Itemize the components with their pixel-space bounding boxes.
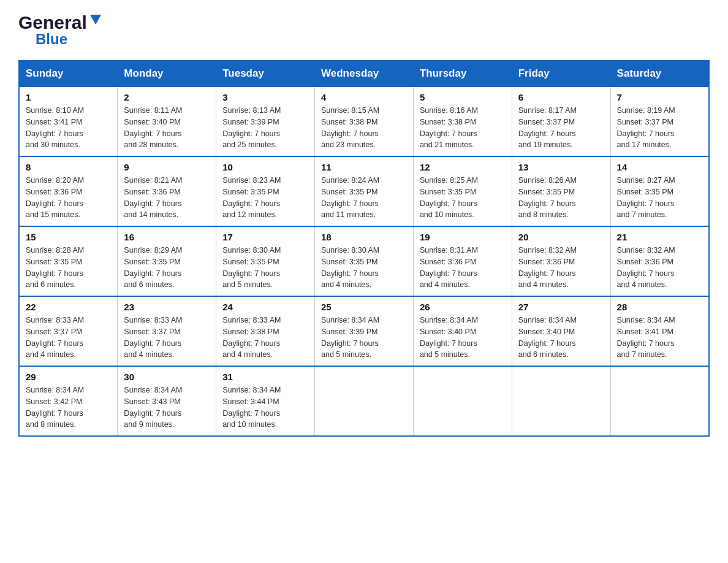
sunset-label: Sunset: 3:36 PM xyxy=(518,258,575,266)
calendar-cell: 17 Sunrise: 8:30 AM Sunset: 3:35 PM Dayl… xyxy=(216,226,315,296)
daylight-minutes: and 12 minutes. xyxy=(222,210,277,219)
day-info: Sunrise: 8:28 AM Sunset: 3:35 PM Dayligh… xyxy=(26,245,111,291)
day-number: 23 xyxy=(124,302,210,312)
daylight-minutes: and 28 minutes. xyxy=(124,140,178,149)
day-number: 17 xyxy=(222,232,308,242)
daylight-minutes: and 5 minutes. xyxy=(420,350,470,359)
daylight-label: Daylight: 7 hours xyxy=(26,199,83,208)
daylight-label: Daylight: 7 hours xyxy=(518,129,576,138)
calendar-cell: 4 Sunrise: 8:15 AM Sunset: 3:38 PM Dayli… xyxy=(315,86,414,156)
sunset-label: Sunset: 3:41 PM xyxy=(26,118,82,126)
daylight-minutes: and 6 minutes. xyxy=(518,350,569,359)
day-info: Sunrise: 8:21 AM Sunset: 3:36 PM Dayligh… xyxy=(124,175,210,221)
day-info: Sunrise: 8:34 AM Sunset: 3:42 PM Dayligh… xyxy=(26,385,111,431)
day-number: 15 xyxy=(26,232,111,242)
sunrise-label: Sunrise: 8:15 AM xyxy=(321,106,379,115)
calendar-cell: 7 Sunrise: 8:19 AM Sunset: 3:37 PM Dayli… xyxy=(610,86,709,156)
day-info: Sunrise: 8:26 AM Sunset: 3:35 PM Dayligh… xyxy=(518,175,604,221)
day-number: 8 xyxy=(26,162,111,172)
sunrise-label: Sunrise: 8:34 AM xyxy=(420,316,478,324)
sunset-label: Sunset: 3:35 PM xyxy=(222,188,279,196)
sunrise-label: Sunrise: 8:20 AM xyxy=(26,176,84,185)
daylight-label: Daylight: 7 hours xyxy=(518,339,576,348)
day-info: Sunrise: 8:25 AM Sunset: 3:35 PM Dayligh… xyxy=(420,175,506,221)
day-number: 13 xyxy=(518,162,604,172)
calendar-cell: 27 Sunrise: 8:34 AM Sunset: 3:40 PM Dayl… xyxy=(512,296,610,366)
day-info: Sunrise: 8:32 AM Sunset: 3:36 PM Dayligh… xyxy=(617,245,702,291)
sunrise-label: Sunrise: 8:34 AM xyxy=(617,316,675,324)
sunrise-label: Sunrise: 8:25 AM xyxy=(420,176,478,185)
sunset-label: Sunset: 3:35 PM xyxy=(321,188,377,196)
daylight-label: Daylight: 7 hours xyxy=(222,339,280,348)
sunrise-label: Sunrise: 8:28 AM xyxy=(26,246,84,255)
daylight-label: Daylight: 7 hours xyxy=(222,199,280,208)
daylight-label: Daylight: 7 hours xyxy=(321,269,379,278)
calendar-cell: 6 Sunrise: 8:17 AM Sunset: 3:37 PM Dayli… xyxy=(512,86,610,156)
sunrise-label: Sunrise: 8:17 AM xyxy=(518,106,577,115)
day-info: Sunrise: 8:34 AM Sunset: 3:40 PM Dayligh… xyxy=(420,315,506,361)
day-number: 29 xyxy=(26,372,111,382)
day-info: Sunrise: 8:29 AM Sunset: 3:35 PM Dayligh… xyxy=(124,245,210,291)
daylight-label: Daylight: 7 hours xyxy=(420,269,477,278)
day-info: Sunrise: 8:15 AM Sunset: 3:38 PM Dayligh… xyxy=(321,105,407,151)
day-number: 21 xyxy=(617,232,702,242)
day-number: 9 xyxy=(124,162,210,172)
day-info: Sunrise: 8:34 AM Sunset: 3:43 PM Dayligh… xyxy=(124,385,210,431)
daylight-label: Daylight: 7 hours xyxy=(222,129,280,138)
sunset-label: Sunset: 3:40 PM xyxy=(124,118,180,126)
day-info: Sunrise: 8:23 AM Sunset: 3:35 PM Dayligh… xyxy=(222,175,308,221)
calendar-cell: 24 Sunrise: 8:33 AM Sunset: 3:38 PM Dayl… xyxy=(216,296,315,366)
day-info: Sunrise: 8:10 AM Sunset: 3:41 PM Dayligh… xyxy=(26,105,111,151)
day-info: Sunrise: 8:30 AM Sunset: 3:35 PM Dayligh… xyxy=(321,245,407,291)
daylight-minutes: and 17 minutes. xyxy=(617,140,672,149)
sunrise-label: Sunrise: 8:26 AM xyxy=(518,176,577,185)
day-number: 25 xyxy=(321,302,407,312)
daylight-label: Daylight: 7 hours xyxy=(124,129,181,138)
week-row-4: 22 Sunrise: 8:33 AM Sunset: 3:37 PM Dayl… xyxy=(19,296,709,366)
daylight-minutes: and 15 minutes. xyxy=(26,210,80,219)
daylight-label: Daylight: 7 hours xyxy=(518,269,576,278)
calendar-cell: 25 Sunrise: 8:34 AM Sunset: 3:39 PM Dayl… xyxy=(315,296,414,366)
day-number: 3 xyxy=(222,92,308,102)
daylight-label: Daylight: 7 hours xyxy=(26,339,83,348)
calendar-cell: 18 Sunrise: 8:30 AM Sunset: 3:35 PM Dayl… xyxy=(315,226,414,296)
day-number: 14 xyxy=(617,162,702,172)
day-number: 5 xyxy=(420,92,506,102)
daylight-label: Daylight: 7 hours xyxy=(617,269,675,278)
daylight-minutes: and 7 minutes. xyxy=(617,210,667,219)
day-number: 26 xyxy=(420,302,506,312)
logo-blue-text: Blue xyxy=(36,31,67,48)
day-info: Sunrise: 8:20 AM Sunset: 3:36 PM Dayligh… xyxy=(26,175,111,221)
day-info: Sunrise: 8:34 AM Sunset: 3:39 PM Dayligh… xyxy=(321,315,407,361)
daylight-minutes: and 9 minutes. xyxy=(124,420,174,429)
calendar-cell: 15 Sunrise: 8:28 AM Sunset: 3:35 PM Dayl… xyxy=(19,226,118,296)
daylight-minutes: and 25 minutes. xyxy=(222,140,277,149)
sunset-label: Sunset: 3:36 PM xyxy=(617,258,673,266)
calendar-cell: 21 Sunrise: 8:32 AM Sunset: 3:36 PM Dayl… xyxy=(610,226,709,296)
sunset-label: Sunset: 3:35 PM xyxy=(617,188,673,196)
daylight-minutes: and 6 minutes. xyxy=(26,280,76,289)
daylight-minutes: and 10 minutes. xyxy=(420,210,474,219)
weekday-header-tuesday: Tuesday xyxy=(216,61,315,86)
day-info: Sunrise: 8:34 AM Sunset: 3:44 PM Dayligh… xyxy=(222,385,308,431)
calendar-cell xyxy=(315,366,414,436)
daylight-label: Daylight: 7 hours xyxy=(222,409,280,418)
daylight-minutes: and 23 minutes. xyxy=(321,140,376,149)
daylight-label: Daylight: 7 hours xyxy=(124,199,181,208)
daylight-label: Daylight: 7 hours xyxy=(222,269,280,278)
sunrise-label: Sunrise: 8:33 AM xyxy=(124,316,182,324)
logo-arrow-icon xyxy=(89,12,102,28)
sunset-label: Sunset: 3:38 PM xyxy=(420,118,476,126)
daylight-minutes: and 7 minutes. xyxy=(617,350,667,359)
day-info: Sunrise: 8:27 AM Sunset: 3:35 PM Dayligh… xyxy=(617,175,702,221)
sunrise-label: Sunrise: 8:34 AM xyxy=(26,386,84,394)
calendar-cell: 3 Sunrise: 8:13 AM Sunset: 3:39 PM Dayli… xyxy=(216,86,315,156)
daylight-label: Daylight: 7 hours xyxy=(321,129,379,138)
daylight-minutes: and 4 minutes. xyxy=(26,350,76,359)
week-row-5: 29 Sunrise: 8:34 AM Sunset: 3:42 PM Dayl… xyxy=(19,366,709,436)
sunset-label: Sunset: 3:35 PM xyxy=(124,258,180,266)
calendar-cell: 28 Sunrise: 8:34 AM Sunset: 3:41 PM Dayl… xyxy=(610,296,709,366)
daylight-label: Daylight: 7 hours xyxy=(321,339,379,348)
sunset-label: Sunset: 3:37 PM xyxy=(124,327,180,336)
day-number: 27 xyxy=(518,302,604,312)
